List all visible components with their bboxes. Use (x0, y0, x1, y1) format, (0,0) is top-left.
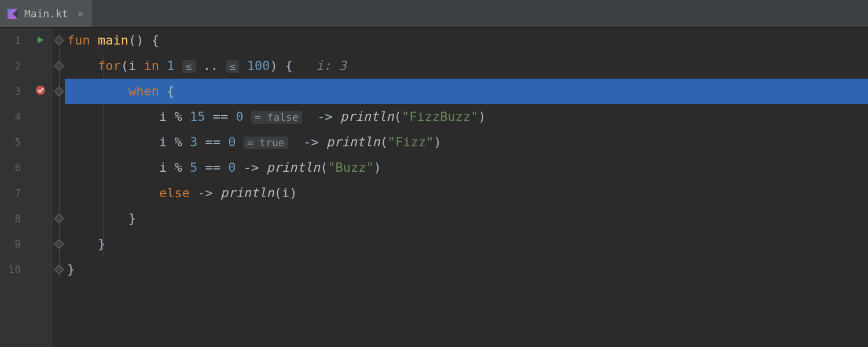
fold-marker-icon[interactable] (54, 214, 64, 224)
code-line[interactable]: else -> println(i) (65, 180, 868, 206)
line-number[interactable]: 7 (0, 180, 28, 206)
gutter-icon-column (28, 28, 53, 347)
code-line[interactable]: } (65, 206, 868, 231)
inlay-hint: ≤ (182, 60, 196, 73)
line-number-gutter: 1 2 3 4 5 6 7 8 9 10 (0, 28, 28, 347)
code-line[interactable]: i % 5 == 0 -> println("Buzz") (65, 155, 868, 180)
line-number[interactable]: 8 (0, 206, 28, 231)
fold-marker-icon[interactable] (54, 239, 64, 249)
code-editor[interactable]: 1 2 3 4 5 6 7 8 9 10 (0, 28, 868, 347)
inlay-hint: = true (244, 136, 288, 149)
code-line[interactable]: for(i in 1 ≤ .. ≤ 100) { i: 3 (65, 53, 868, 79)
inlay-hint: = false (251, 111, 302, 124)
line-number[interactable]: 1 (0, 28, 28, 53)
tab-bar: Main.kt × (0, 0, 868, 28)
tab-filename: Main.kt (24, 8, 68, 20)
kotlin-file-icon (7, 8, 19, 20)
svg-point-1 (36, 86, 45, 95)
line-number[interactable]: 3 (0, 79, 28, 104)
fold-marker-icon[interactable] (54, 87, 64, 97)
code-line[interactable]: } (65, 257, 868, 282)
inlay-hint: ≤ (226, 60, 240, 73)
code-line[interactable]: i % 15 == 0 = false -> println("FizzBuzz… (65, 104, 868, 130)
line-number[interactable]: 5 (0, 130, 28, 155)
line-number[interactable]: 4 (0, 104, 28, 130)
breakpoint-icon[interactable] (35, 84, 46, 99)
inline-debug-value: i: 3 (316, 58, 347, 73)
code-line[interactable]: } (65, 231, 868, 257)
close-tab-icon[interactable]: × (78, 8, 84, 20)
fold-marker-icon[interactable] (54, 36, 64, 46)
line-number[interactable]: 9 (0, 231, 28, 257)
fold-marker-icon[interactable] (54, 61, 64, 71)
fold-marker-icon[interactable] (54, 265, 64, 275)
run-gutter-icon[interactable] (36, 34, 45, 47)
code-line-current[interactable]: when { (65, 79, 868, 104)
code-area[interactable]: fun main() { for(i in 1 ≤ .. ≤ 100) { i:… (65, 28, 868, 347)
fold-column (53, 28, 65, 347)
line-number[interactable]: 2 (0, 53, 28, 79)
line-number[interactable]: 10 (0, 257, 28, 282)
tab-main-kt[interactable]: Main.kt × (0, 0, 92, 27)
code-line[interactable]: fun main() { (65, 28, 868, 53)
line-number[interactable]: 6 (0, 155, 28, 180)
code-line[interactable]: i % 3 == 0 = true -> println("Fizz") (65, 130, 868, 155)
